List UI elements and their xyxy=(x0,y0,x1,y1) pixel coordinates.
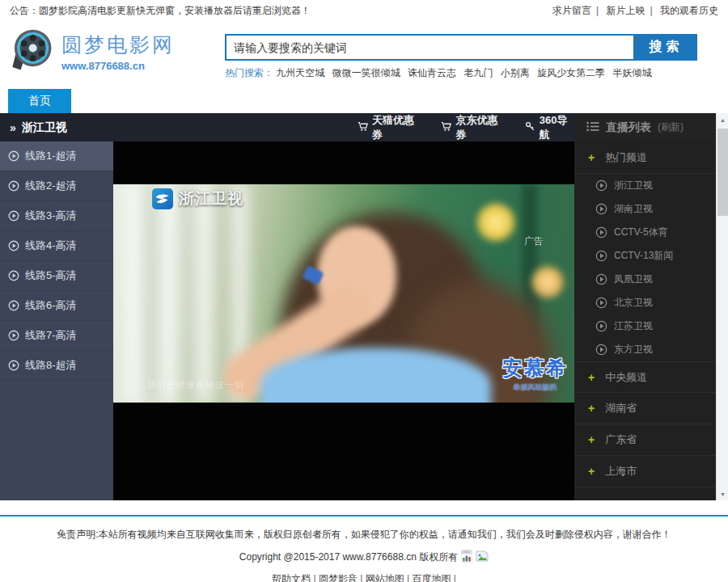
link-new-releases[interactable]: 新片上映 xyxy=(591,4,645,18)
group-hunan-province[interactable]: + 湖南省 xyxy=(574,393,716,424)
cnzz-stats-icon[interactable]: CNZZ xyxy=(461,550,472,565)
play-circle-icon xyxy=(595,250,607,262)
line-sidebar: 线路1-超清 线路2-超清 线路3-高清 线路4-高清 线路5-高清 线路6-高… xyxy=(0,141,113,500)
line-item-4[interactable]: 线路4-高清 xyxy=(0,231,113,261)
group-guangdong-province[interactable]: + 广东省 xyxy=(574,424,716,456)
channel-watermark: 浙江卫视 xyxy=(152,188,243,209)
link-tmall-coupon[interactable]: 天猫优惠券 xyxy=(358,113,420,142)
disclaimer-text: 免责声明:本站所有视频均来自互联网收集而来，版权归原创者所有，如果侵犯了你的权益… xyxy=(0,528,728,542)
play-circle-icon xyxy=(595,344,607,356)
ad-label: 广告 xyxy=(524,234,544,248)
play-circle-icon xyxy=(8,300,19,311)
channel-item[interactable]: 江苏卫视 xyxy=(574,314,716,338)
line-item-3[interactable]: 线路3-高清 xyxy=(0,201,113,231)
zhejiang-tv-logo-icon xyxy=(152,188,173,209)
group-shanghai-city[interactable]: + 上海市 xyxy=(574,456,716,487)
plus-icon: + xyxy=(588,402,595,415)
breadcrumb: » 浙江卫视 xyxy=(10,120,67,135)
plus-icon: + xyxy=(588,465,595,478)
key-icon xyxy=(525,121,535,134)
copyright-text: Copyright @2015-2017 www.8776688.cn 版权所有 xyxy=(239,550,458,564)
line-item-6[interactable]: 线路6-高清 xyxy=(0,291,113,321)
search-button[interactable]: 搜索 xyxy=(635,34,697,61)
footer-divider xyxy=(0,515,728,517)
video-player[interactable]: 浙江卫视 广告 我们已经准备好这一切 安慕希 希腊风味酸奶 xyxy=(113,141,574,500)
channel-item[interactable]: 北京卫视 xyxy=(574,291,716,314)
scene-bokeh-light xyxy=(531,265,565,299)
brand-name: 安慕希 xyxy=(502,355,568,382)
search-input[interactable] xyxy=(225,34,635,61)
site-url: www.8776688.cn xyxy=(61,60,175,72)
current-channel-title: 浙江卫视 xyxy=(22,120,67,135)
navbar-links: 天猫优惠券 京东优惠券 360导航 xyxy=(358,113,574,142)
group-hot-channels[interactable]: + 热门频道 xyxy=(574,141,716,174)
play-circle-icon xyxy=(8,330,19,341)
cart-icon xyxy=(358,121,368,134)
footer-link-media[interactable]: 圆梦影音 xyxy=(319,573,366,582)
footer: 免责声明:本站所有视频均来自互联网收集而来，版权归原创者所有，如果侵犯了你的权益… xyxy=(0,522,728,582)
play-circle-icon xyxy=(8,180,19,192)
hot-search-row: 热门搜索： 九州天空城 微微一笑很倾城 诛仙青云志 老九门 小别离 旋风少女第二… xyxy=(225,66,697,80)
tab-home[interactable]: 首页 xyxy=(8,89,71,113)
line-item-1[interactable]: 线路1-超清 xyxy=(0,141,113,171)
live-list-header: 直播列表 (刷新) xyxy=(574,113,716,141)
scroll-up-arrow-icon[interactable]: ▲ xyxy=(717,113,728,126)
topbar-links: 求片留言 新片上映 我的观看历史 xyxy=(552,4,718,18)
video-frame: 浙江卫视 广告 我们已经准备好这一切 安慕希 希腊风味酸奶 xyxy=(113,184,574,403)
channel-item[interactable]: 湖南卫视 xyxy=(574,197,716,221)
hot-keyword[interactable]: 诛仙青云志 xyxy=(408,67,456,78)
announcement-text: 公告：圆梦影院高清电影更新快无弹窗，安装播放器后请重启浏览器！ xyxy=(10,4,311,18)
channel-item[interactable]: 浙江卫视 xyxy=(574,174,716,197)
copyright-row: Copyright @2015-2017 www.8776688.cn 版权所有… xyxy=(0,550,728,565)
page: 公告：圆梦影院高清电影更新快无弹窗，安装播放器后请重启浏览器！ 求片留言 新片上… xyxy=(0,0,728,582)
link-jd-coupon[interactable]: 京东优惠券 xyxy=(441,113,503,142)
scrollbar-thumb[interactable] xyxy=(717,129,728,216)
topbar: 公告：圆梦影院高清电影更新快无弹窗，安装播放器后请重启浏览器！ 求片留言 新片上… xyxy=(0,0,728,21)
live-list-title: 直播列表 xyxy=(606,120,651,135)
line-item-7[interactable]: 线路7-高清 xyxy=(0,321,113,351)
scrollbar[interactable]: ▲ ▼ xyxy=(716,113,728,500)
live-channel-panel: + 热门频道 浙江卫视 湖南卫视 CCTV-5体育 CCTV-13新闻 凤凰卫视… xyxy=(574,141,716,500)
play-circle-icon xyxy=(595,179,607,192)
play-circle-icon xyxy=(595,273,607,285)
footer-links: 帮助文档 圆梦影音 网站地图 百度地图 xyxy=(0,572,728,582)
channel-watermark-text: 浙江卫视 xyxy=(179,188,243,209)
brand-tagline: 希腊风味酸奶 xyxy=(502,382,568,393)
hot-keyword[interactable]: 老九门 xyxy=(463,67,493,78)
scroll-down-arrow-icon[interactable]: ▼ xyxy=(717,487,728,500)
hot-keyword[interactable]: 九州天空城 xyxy=(276,67,324,78)
hot-keyword[interactable]: 旋风少女第二季 xyxy=(537,67,605,78)
video-subtitle: 我们已经准备好这一切 xyxy=(147,379,244,391)
search-area: 搜索 热门搜索： 九州天空城 微微一笑很倾城 诛仙青云志 老九门 小别离 旋风少… xyxy=(225,34,697,80)
footer-link-sitemap[interactable]: 网站地图 xyxy=(366,573,413,582)
broken-image-icon xyxy=(476,550,489,564)
film-reel-icon xyxy=(10,27,53,76)
footer-link-help[interactable]: 帮助文档 xyxy=(272,573,319,582)
channel-item[interactable]: CCTV-13新闻 xyxy=(574,244,716,268)
hot-keyword[interactable]: 微微一笑很倾城 xyxy=(332,67,400,78)
channel-item[interactable]: CCTV-5体育 xyxy=(574,221,716,244)
link-360-nav[interactable]: 360导航 xyxy=(525,113,574,142)
site-logo[interactable]: 圆梦电影网 www.8776688.cn xyxy=(10,27,175,76)
player-navbar: » 浙江卫视 天猫优惠券 京东优惠券 360导航 xyxy=(0,113,574,141)
line-item-2[interactable]: 线路2-超清 xyxy=(0,171,113,201)
brand-watermark: 安慕希 希腊风味酸奶 xyxy=(502,355,568,393)
svg-text:CNZZ: CNZZ xyxy=(462,550,471,554)
link-request-movie[interactable]: 求片留言 xyxy=(552,4,591,18)
footer-link-baidu-map[interactable]: 百度地图 xyxy=(412,573,455,582)
hot-search-label: 热门搜索： xyxy=(225,67,273,78)
channel-item[interactable]: 凤凰卫视 xyxy=(574,268,716,291)
line-item-8[interactable]: 线路8-超清 xyxy=(0,351,113,381)
cart-icon xyxy=(441,121,451,134)
link-watch-history[interactable]: 我的观看历史 xyxy=(645,4,718,18)
play-circle-icon xyxy=(595,203,607,215)
line-item-5[interactable]: 线路5-高清 xyxy=(0,261,113,291)
play-circle-icon xyxy=(8,270,19,281)
refresh-link[interactable]: (刷新) xyxy=(658,120,684,134)
group-central-channels[interactable]: + 中央频道 xyxy=(574,361,716,393)
hot-keyword[interactable]: 半妖倾城 xyxy=(612,67,651,78)
play-circle-icon xyxy=(595,320,607,332)
channel-item[interactable]: 东方卫视 xyxy=(574,338,716,361)
plus-icon: + xyxy=(588,371,595,384)
hot-keyword[interactable]: 小别离 xyxy=(501,67,530,78)
